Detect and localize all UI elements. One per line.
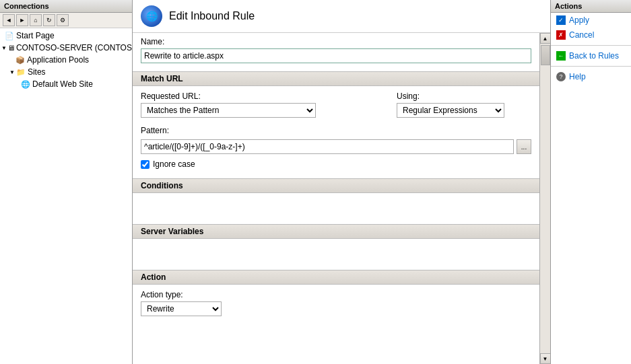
- connections-header: Connections: [0, 0, 132, 13]
- match-url-fields: Requested URL: Matches the Pattern Using…: [141, 92, 531, 118]
- main-content-area: 🌐 Edit Inbound Rule Name: Match URL Requ…: [133, 0, 550, 364]
- tree-item-default-web-site[interactable]: 🌐 Default Web Site: [0, 78, 132, 90]
- ignore-case-label: Ignore case: [153, 159, 195, 169]
- tree-item-start-page[interactable]: 📄 Start Page: [0, 30, 132, 42]
- connections-panel: Connections ◄ ► ⌂ ↻ ⚙ 📄 Start Page ▼ 🖥 C…: [0, 0, 133, 364]
- tree-label-app-pools: Application Pools: [27, 55, 89, 65]
- ignore-case-checkbox[interactable]: [141, 160, 150, 169]
- name-input[interactable]: [141, 48, 531, 63]
- help-icon: ?: [556, 72, 566, 81]
- actions-header: Actions: [551, 0, 631, 13]
- help-action[interactable]: ? Help: [551, 69, 631, 84]
- actions-divider: [551, 45, 631, 46]
- using-col: Using: Regular Expressions: [397, 92, 531, 118]
- pattern-row: ...: [141, 139, 531, 154]
- server-variables-content: [133, 239, 539, 266]
- scroll-thumb[interactable]: [541, 45, 550, 65]
- refresh-btn[interactable]: ↻: [43, 14, 55, 26]
- apply-icon: ✓: [556, 15, 566, 25]
- action-type-select[interactable]: Rewrite Redirect Custom response AbortRe…: [141, 301, 222, 316]
- help-divider: [551, 66, 631, 67]
- action-content: Action type: Rewrite Redirect Custom res…: [133, 285, 539, 322]
- name-label: Name:: [141, 37, 531, 46]
- pattern-input[interactable]: [141, 139, 514, 154]
- connections-tree: 📄 Start Page ▼ 🖥 CONTOSO-SERVER (CONTOS …: [0, 28, 132, 364]
- pattern-section: Pattern: ...: [141, 126, 531, 154]
- expand-sites-icon[interactable]: ▼: [9, 69, 15, 75]
- pool-icon: 📦: [15, 54, 26, 65]
- cancel-label: Cancel: [569, 30, 594, 40]
- tree-label-server: CONTOSO-SERVER (CONTOS: [16, 43, 132, 52]
- tree-item-app-pools[interactable]: 📦 Application Pools: [0, 54, 132, 66]
- requested-url-col: Requested URL: Matches the Pattern: [141, 92, 383, 118]
- forward-btn[interactable]: ►: [16, 14, 28, 26]
- settings-btn[interactable]: ⚙: [57, 14, 69, 26]
- action-type-label: Action type:: [141, 290, 531, 299]
- page-icon: 📄: [4, 30, 15, 41]
- using-label: Using:: [397, 92, 531, 101]
- scroll-down-btn[interactable]: ▼: [540, 353, 551, 364]
- tree-item-sites[interactable]: ▼ 📁 Sites: [0, 66, 132, 78]
- match-url-content: Requested URL: Matches the Pattern Using…: [133, 86, 539, 174]
- conditions-bar: Conditions: [133, 178, 539, 193]
- tree-item-server[interactable]: ▼ 🖥 CONTOSO-SERVER (CONTOS: [0, 42, 132, 54]
- tree-label-sites: Sites: [28, 67, 46, 77]
- tree-label-default-web-site: Default Web Site: [32, 79, 93, 89]
- home-btn[interactable]: ⌂: [30, 14, 42, 26]
- page-header: 🌐 Edit Inbound Rule: [133, 0, 550, 33]
- cancel-icon: ✗: [556, 30, 566, 40]
- pattern-helper-btn[interactable]: ...: [517, 139, 531, 154]
- action-bar: Action: [133, 270, 539, 285]
- sites-icon: 📁: [15, 67, 26, 77]
- apply-label: Apply: [569, 15, 589, 25]
- match-url-bar: Match URL: [133, 71, 539, 86]
- web-globe-icon: 🌐: [20, 79, 31, 89]
- back-to-rules-action[interactable]: ← Back to Rules: [551, 48, 631, 63]
- page-title: Edit Inbound Rule: [169, 10, 255, 22]
- back-to-rules-label: Back to Rules: [569, 51, 619, 61]
- connections-toolbar: ◄ ► ⌂ ↻ ⚙: [0, 13, 132, 28]
- main-scrollbar: ▲ ▼: [539, 33, 550, 364]
- pattern-label: Pattern:: [141, 126, 531, 135]
- inbound-rule-icon: 🌐: [141, 5, 162, 27]
- requested-url-label: Requested URL:: [141, 92, 383, 101]
- back-btn[interactable]: ◄: [3, 14, 15, 26]
- conditions-content: [133, 193, 539, 220]
- server-variables-bar: Server Variables: [133, 224, 539, 239]
- cancel-action[interactable]: ✗ Cancel: [551, 28, 631, 42]
- back-to-rules-icon: ←: [556, 51, 566, 61]
- main-scroll-content[interactable]: Name: Match URL Requested URL: Matches t…: [133, 33, 539, 364]
- requested-url-select[interactable]: Matches the Pattern: [141, 103, 316, 118]
- name-section: Name:: [133, 33, 539, 67]
- ignore-case-row: Ignore case: [141, 159, 531, 169]
- server-icon: 🖥: [7, 42, 15, 53]
- help-label: Help: [569, 72, 586, 81]
- tree-label-start-page: Start Page: [16, 31, 55, 40]
- actions-panel: Actions ✓ Apply ✗ Cancel ← Back to Rules…: [550, 0, 631, 364]
- using-select[interactable]: Regular Expressions: [397, 103, 504, 118]
- expand-server-icon[interactable]: ▼: [1, 45, 7, 51]
- apply-action[interactable]: ✓ Apply: [551, 13, 631, 28]
- scroll-up-btn[interactable]: ▲: [540, 33, 551, 44]
